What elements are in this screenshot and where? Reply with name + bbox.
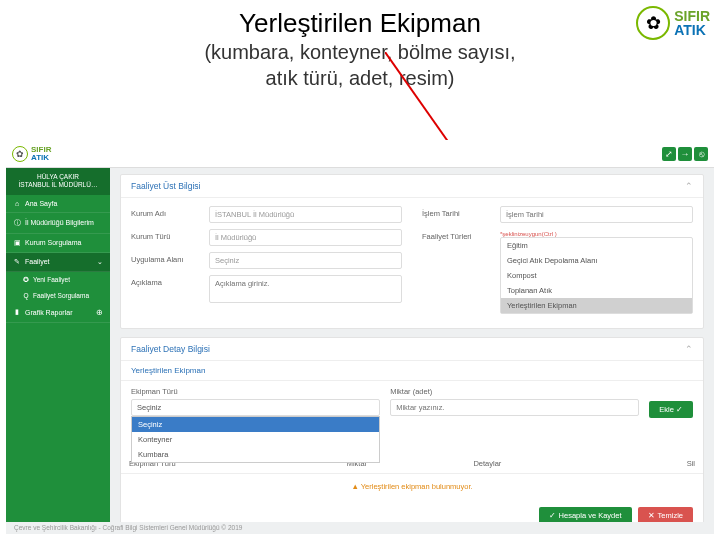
sidebar-item-faaliyet[interactable]: ✎Faaliyet⌄ bbox=[6, 253, 110, 272]
fullscreen-button[interactable]: ⤢ bbox=[662, 147, 676, 161]
forward-button[interactable]: → bbox=[678, 147, 692, 161]
col-sil: Sil bbox=[618, 454, 703, 474]
info-icon: ⓘ bbox=[13, 218, 21, 228]
sidebar-label: Ana Sayfa bbox=[25, 200, 57, 207]
flower-icon: ✿ bbox=[12, 146, 28, 162]
panel-detay: Faaliyet Detay Bilgisi⌃ Yerleştirilen Ek… bbox=[120, 337, 704, 522]
sidebar-item-info[interactable]: ⓘİl Müdürlüğü Bilgilerim bbox=[6, 213, 110, 234]
search-icon: Q bbox=[22, 292, 30, 299]
label-kurum-turu: Kurum Türü bbox=[131, 229, 201, 246]
section-title: Yerleştirilen Ekipman bbox=[121, 361, 703, 381]
dropdown-option[interactable]: Konteyner bbox=[132, 432, 379, 447]
listbox-faaliyet-turleri[interactable]: Eğitim Geçici Atık Depolama Alanı Kompos… bbox=[500, 237, 693, 314]
flower-icon: ✿ bbox=[636, 6, 670, 40]
col-detay: Detaylar bbox=[465, 454, 618, 474]
logo-line1: SIFIR bbox=[674, 9, 710, 23]
topbar: ✿ SIFIRATIK ⤢ → ⎋ bbox=[6, 140, 714, 168]
label-aciklama: Açıklama bbox=[131, 275, 201, 305]
select-ekip-turu[interactable]: Seçiniz Seçiniz Konteyner Kumbara bbox=[131, 399, 380, 416]
edit-icon: ✎ bbox=[13, 258, 21, 266]
sidebar-sub-label: Faaliyet Sorgulama bbox=[33, 292, 89, 299]
clear-label: Temizle bbox=[658, 511, 683, 520]
input-kurum-adi[interactable] bbox=[209, 206, 402, 223]
app-logo: ✿ SIFIRATIK bbox=[12, 146, 51, 162]
input-miktar[interactable] bbox=[390, 399, 639, 416]
logo-line2: ATIK bbox=[674, 23, 710, 37]
save-button[interactable]: ✓ Hesapla ve Kaydet bbox=[539, 507, 632, 522]
empty-message: Yerleştirilen ekipman bulunmuyor. bbox=[121, 474, 703, 499]
list-option[interactable]: Geçici Atık Depolama Alanı bbox=[501, 253, 692, 268]
sidebar-sub-sorgu[interactable]: QFaaliyet Sorgulama bbox=[6, 288, 110, 303]
sidebar-item-kurum[interactable]: ▣Kurum Sorgulama bbox=[6, 234, 110, 253]
label-uyg-alani: Uygulama Alanı bbox=[131, 252, 201, 269]
dropdown-option[interactable]: Kumbara bbox=[132, 447, 379, 462]
label-kurum-adi: Kurum Adı bbox=[131, 206, 201, 223]
list-option[interactable]: Eğitim bbox=[501, 238, 692, 253]
corner-logo: ✿ SIFIRATIK bbox=[636, 6, 710, 40]
slide-title: Yerleştirilen Ekipman bbox=[0, 0, 720, 39]
list-option-selected[interactable]: Yerleştirilen Ekipman bbox=[501, 298, 692, 313]
input-islem-tarihi[interactable] bbox=[500, 206, 693, 223]
sidebar-label: Kurum Sorgulama bbox=[25, 239, 81, 246]
home-icon: ⌂ bbox=[13, 200, 21, 207]
slide-subtitle-1: (kumbara, konteyner, bölme sayısı, bbox=[0, 39, 720, 65]
sidebar-user: HÜLYA ÇAKIR İSTANBUL İL MÜDÜRLÜ… bbox=[6, 168, 110, 195]
app-logo-l2: ATIK bbox=[31, 154, 51, 162]
chevron-up-icon[interactable]: ⌃ bbox=[685, 181, 693, 191]
sidebar-label: İl Müdürlüğü Bilgilerim bbox=[25, 219, 94, 226]
sidebar-sub-yeni[interactable]: ✪Yeni Faaliyet bbox=[6, 272, 110, 288]
save-label: Hesapla ve Kaydet bbox=[559, 511, 622, 520]
dropdown-options: Seçiniz Konteyner Kumbara bbox=[131, 416, 380, 463]
panel-ust-bilgi: Faaliyet Üst Bilgisi⌃ Kurum Adı Kurum Tü… bbox=[120, 174, 704, 329]
textarea-aciklama[interactable] bbox=[209, 275, 402, 303]
panel-title: Faaliyet Detay Bilgisi bbox=[131, 344, 210, 354]
star-icon: ✪ bbox=[22, 276, 30, 284]
chevron-up-icon[interactable]: ⌃ bbox=[685, 344, 693, 354]
list-option[interactable]: Toplanan Atık bbox=[501, 283, 692, 298]
dropdown-option[interactable]: Seçiniz bbox=[132, 417, 379, 432]
select-uyg-alani[interactable]: Seçiniz bbox=[209, 252, 402, 269]
exit-button[interactable]: ⎋ bbox=[694, 147, 708, 161]
input-kurum-turu[interactable] bbox=[209, 229, 402, 246]
expand-icon: ⊕ bbox=[96, 308, 103, 317]
sidebar: HÜLYA ÇAKIR İSTANBUL İL MÜDÜRLÜ… ⌂Ana Sa… bbox=[6, 168, 110, 522]
select-value: Seçiniz bbox=[131, 399, 380, 416]
sidebar-item-home[interactable]: ⌂Ana Sayfa bbox=[6, 195, 110, 213]
sidebar-item-grafik[interactable]: ▮Grafik Raporlar⊕ bbox=[6, 303, 110, 323]
label-miktar: Miktar (adet) bbox=[390, 387, 639, 396]
panel-title: Faaliyet Üst Bilgisi bbox=[131, 181, 200, 191]
app-window: ✿ SIFIRATIK ⤢ → ⎋ HÜLYA ÇAKIR İSTANBUL İ… bbox=[6, 140, 714, 534]
footer-text: Çevre ve Şehircilik Bakanlığı - Coğrafi … bbox=[6, 521, 714, 534]
chart-icon: ▮ bbox=[13, 308, 21, 316]
slide-subtitle-2: atık türü, adet, resim) bbox=[0, 65, 720, 91]
label-faaliyet-turleri: Faaliyet Türleri bbox=[422, 229, 492, 314]
content-area: Faaliyet Üst Bilgisi⌃ Kurum Adı Kurum Tü… bbox=[110, 168, 714, 522]
sidebar-sub-label: Yeni Faaliyet bbox=[33, 276, 70, 283]
add-button[interactable]: Ekle ✓ bbox=[649, 401, 693, 418]
sidebar-label: Faaliyet bbox=[25, 258, 50, 265]
list-option[interactable]: Kompost bbox=[501, 268, 692, 283]
chevron-down-icon: ⌄ bbox=[97, 258, 103, 266]
label-islem-tarihi: İşlem Tarihi bbox=[422, 206, 492, 223]
clear-button[interactable]: ✕ Temizle bbox=[638, 507, 693, 522]
grid-icon: ▣ bbox=[13, 239, 21, 247]
user-org: İSTANBUL İL MÜDÜRLÜ… bbox=[11, 181, 105, 189]
sidebar-label: Grafik Raporlar bbox=[25, 309, 72, 316]
label-ekip-turu: Ekipman Türü bbox=[131, 387, 380, 396]
